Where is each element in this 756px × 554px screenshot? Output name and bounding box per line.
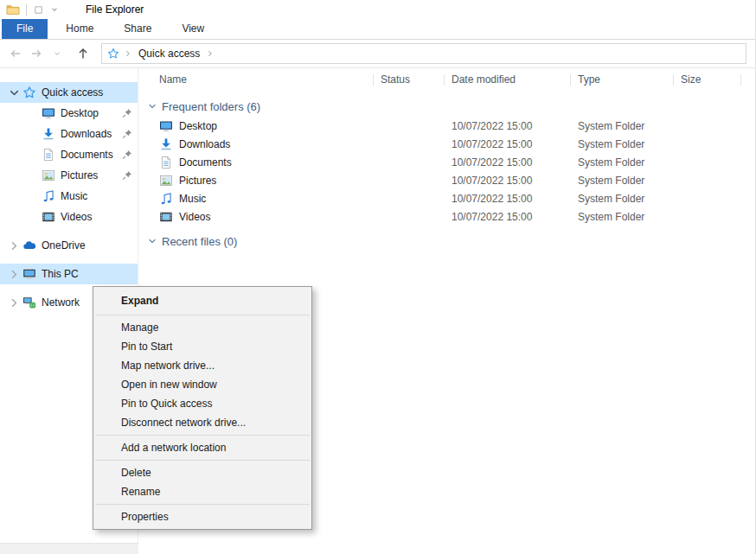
menu-separator: [95, 460, 310, 461]
sidebar-item-onedrive[interactable]: OneDrive: [0, 235, 138, 256]
pin-icon: [121, 169, 133, 181]
menu-item-pin-to-start[interactable]: Pin to Start: [93, 337, 311, 356]
sidebar-item-desktop[interactable]: Desktop: [0, 103, 138, 124]
column-header-filler: [741, 68, 755, 91]
onedrive-icon: [22, 239, 36, 252]
chevron-down-icon[interactable]: [8, 86, 21, 99]
collapse-chevron-icon[interactable]: [147, 236, 157, 246]
file-row-videos[interactable]: Videos10/07/2022 15:00System Folder: [138, 207, 755, 226]
sidebar-item-label: Documents: [61, 149, 113, 161]
quick-access-star-icon: [107, 48, 119, 60]
sidebar-item-label: Downloads: [61, 128, 112, 140]
sidebar-horizontal-scrollbar[interactable]: [0, 543, 138, 554]
menu-item-manage[interactable]: Manage: [93, 318, 311, 337]
tab-file[interactable]: File: [2, 19, 48, 39]
pictures-icon: [159, 174, 173, 188]
sidebar-item-quick-access[interactable]: Quick access: [0, 82, 138, 103]
cell-type: System Folder: [571, 138, 674, 150]
pin-icon: [121, 149, 133, 161]
menu-separator: [95, 315, 310, 315]
menu-item-rename[interactable]: Rename: [93, 482, 311, 501]
pin-icon: [121, 128, 133, 140]
downloads-icon: [159, 137, 173, 151]
cell-name: Music: [138, 192, 374, 206]
documents-icon: [159, 156, 173, 169]
cell-type: System Folder: [571, 175, 674, 187]
qat-separator: [26, 4, 27, 16]
sidebar-item-label: Desktop: [61, 107, 99, 119]
sidebar-item-label: Videos: [61, 211, 92, 223]
sidebar-item-downloads[interactable]: Downloads: [0, 124, 138, 144]
group-header-frequent-folders-6[interactable]: Frequent folders (6): [138, 96, 755, 117]
sidebar-item-label: Music: [61, 190, 87, 202]
music-icon: [42, 189, 55, 203]
column-header-size[interactable]: Size: [674, 68, 741, 91]
menu-item-map-network-drive[interactable]: Map network drive...: [93, 356, 311, 375]
menu-item-delete[interactable]: Delete: [93, 463, 311, 482]
menu-item-pin-to-quick-access[interactable]: Pin to Quick access: [93, 394, 311, 413]
file-name: Documents: [179, 156, 232, 169]
tab-share[interactable]: Share: [112, 19, 163, 39]
sidebar-item-pictures[interactable]: Pictures: [0, 165, 138, 186]
chevron-spacer: [27, 169, 40, 182]
address-bar[interactable]: Quick access: [101, 43, 746, 64]
this-pc-icon: [22, 267, 36, 281]
file-row-music[interactable]: Music10/07/2022 15:00System Folder: [138, 189, 755, 207]
file-name: Videos: [179, 211, 210, 223]
tab-home[interactable]: Home: [54, 19, 106, 39]
navigation-bar: Quick access: [0, 40, 755, 68]
chevron-right-icon[interactable]: [8, 239, 21, 252]
cell-type: System Folder: [571, 193, 674, 205]
cell-type: System Folder: [571, 120, 674, 132]
breadcrumb-chevron-icon[interactable]: [124, 49, 132, 58]
group-header-recent-files-0[interactable]: Recent files (0): [138, 231, 755, 252]
forward-button[interactable]: [26, 43, 47, 64]
cell-name: Videos: [138, 210, 374, 224]
qat-dropdown-icon[interactable]: [50, 5, 59, 14]
recent-locations-dropdown[interactable]: [47, 43, 67, 64]
menu-item-open-in-new-window[interactable]: Open in new window: [93, 375, 311, 394]
group-label: Recent files (0): [162, 235, 237, 248]
app-folder-icon: [6, 3, 20, 16]
chevron-right-icon[interactable]: [8, 296, 21, 309]
sidebar-item-music[interactable]: Music: [0, 186, 138, 207]
menu-item-disconnect-network-drive[interactable]: Disconnect network drive...: [93, 413, 311, 432]
menu-item-expand[interactable]: Expand: [93, 290, 311, 312]
sidebar-item-this-pc[interactable]: This PC: [0, 264, 138, 284]
documents-icon: [42, 148, 55, 162]
breadcrumb-quick-access[interactable]: Quick access: [137, 48, 202, 60]
sidebar-item-videos[interactable]: Videos: [0, 207, 138, 227]
menu-item-add-a-network-location[interactable]: Add a network location: [93, 438, 311, 457]
file-name: Downloads: [179, 138, 230, 150]
back-button[interactable]: [5, 43, 26, 64]
pictures-icon: [42, 169, 55, 182]
menu-separator: [95, 435, 310, 436]
file-row-pictures[interactable]: Pictures10/07/2022 15:00System Folder: [138, 171, 755, 189]
chevron-right-icon[interactable]: [8, 268, 21, 281]
window-title: File Explorer: [86, 3, 144, 16]
up-button[interactable]: [73, 43, 93, 64]
file-explorer-window: File Explorer FileHomeShareView Quick ac…: [0, 0, 756, 554]
cell-name: Desktop: [138, 119, 374, 133]
column-header-status[interactable]: Status: [374, 68, 445, 91]
cell-type: System Folder: [571, 156, 674, 169]
cell-date-modified: 10/07/2022 15:00: [445, 193, 571, 205]
file-name: Desktop: [179, 120, 217, 132]
desktop-icon: [42, 106, 55, 120]
column-header-name[interactable]: Name: [138, 68, 374, 91]
breadcrumb-chevron-icon[interactable]: [206, 49, 215, 58]
file-row-documents[interactable]: Documents10/07/2022 15:00System Folder: [138, 153, 755, 171]
sidebar-item-label: Pictures: [61, 169, 98, 181]
downloads-icon: [42, 127, 55, 141]
tab-view[interactable]: View: [170, 19, 216, 39]
column-header-date-modified[interactable]: Date modified: [445, 68, 571, 91]
sidebar-item-label: Network: [42, 296, 80, 309]
file-row-desktop[interactable]: Desktop10/07/2022 15:00System Folder: [138, 117, 755, 135]
sidebar-item-documents[interactable]: Documents: [0, 144, 138, 165]
column-header-type[interactable]: Type: [571, 68, 674, 91]
collapse-chevron-icon[interactable]: [147, 101, 157, 111]
menu-item-properties[interactable]: Properties: [93, 507, 311, 526]
file-row-downloads[interactable]: Downloads10/07/2022 15:00System Folder: [138, 135, 755, 153]
desktop-icon: [159, 119, 173, 133]
qat-button-icon[interactable]: [33, 4, 44, 16]
